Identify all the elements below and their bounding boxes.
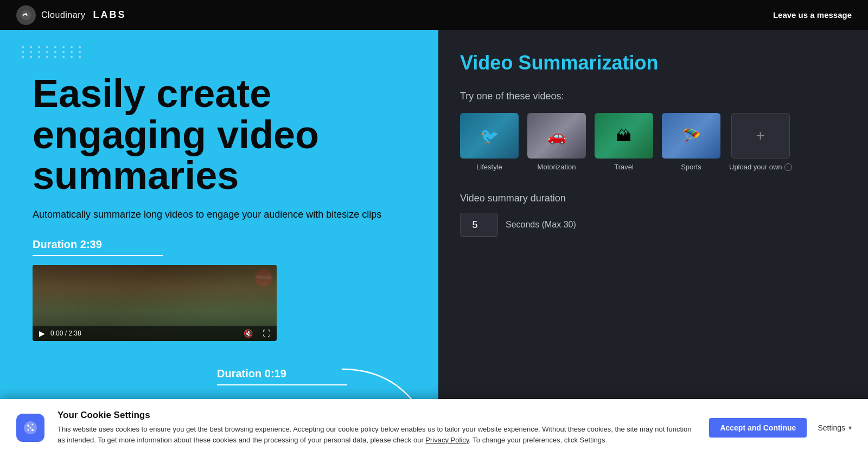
fullscreen-icon[interactable]: ⛶ [263, 329, 270, 338]
thumb-travel-label: Travel [614, 163, 634, 171]
duration2-wrapper: Duration 0:19 [217, 368, 347, 385]
left-panel: Easily create engaging video summaries A… [0, 30, 438, 456]
plus-icon: + [756, 127, 765, 144]
svg-point-1 [25, 13, 27, 15]
settings-label: Settings [818, 423, 845, 432]
info-icon: i [784, 163, 792, 171]
thumb-sports[interactable]: Sports [662, 113, 720, 171]
duration2-label: Duration 0:19 [217, 368, 347, 380]
chevron-down-icon: ▾ [848, 424, 852, 432]
cookie-text: This website uses cookies to ensure you … [58, 424, 696, 445]
leave-message-link[interactable]: Leave us a message [773, 10, 852, 20]
svg-point-5 [32, 423, 34, 425]
duration2-line [217, 384, 347, 385]
settings-button[interactable]: Settings ▾ [818, 423, 852, 432]
duration1-label: Duration 2:39 [33, 238, 406, 251]
hero-subtitle: Automatically summarize long videos to e… [33, 207, 406, 222]
svg-point-6 [31, 429, 34, 431]
video-preview[interactable]: TODAY ▶ 0:00 / 2:38 🔇 ⛶ [33, 265, 277, 341]
play-icon[interactable]: ▶ [39, 329, 45, 338]
main-layout: Easily create engaging video summaries A… [0, 30, 868, 456]
thumb-lifestyle-label: Lifestyle [476, 163, 502, 171]
cookie-banner: Your Cookie Settings This website uses c… [0, 399, 868, 456]
svg-point-7 [28, 429, 29, 430]
cookie-content: Your Cookie Settings This website uses c… [58, 410, 696, 445]
logo-cloudinary-text: Cloudinary [41, 10, 85, 20]
svg-point-4 [27, 425, 29, 427]
video-controls: ▶ 0:00 / 2:38 🔇 ⛶ [33, 326, 277, 341]
mute-icon[interactable]: 🔇 [244, 329, 253, 338]
dot-pattern [22, 46, 84, 58]
header: Cloudinary LABS Leave us a message [0, 0, 868, 30]
thumb-travel[interactable]: Travel [595, 113, 653, 171]
right-panel: Video Summarization Try one of these vid… [438, 30, 868, 456]
thumb-sports-img [662, 113, 720, 159]
hero-title: Easily create engaging video summaries [33, 73, 406, 197]
videos-label: Try one of these videos: [460, 91, 846, 102]
cookie-actions: Accept and Continue Settings ▾ [709, 418, 852, 438]
thumb-travel-img [595, 113, 653, 159]
duration-input-row: Seconds (Max 30) [460, 213, 846, 237]
privacy-policy-link[interactable]: Privacy Policy [425, 436, 469, 444]
duration-input[interactable] [460, 213, 498, 237]
duration-hint: Seconds (Max 30) [506, 220, 576, 230]
video-timestamp: 0:00 / 2:38 [50, 330, 81, 337]
cloudinary-logo-icon [16, 5, 36, 25]
thumb-upload-label: Upload your own i [729, 163, 792, 171]
duration-section-title: Video summary duration [460, 193, 846, 204]
thumb-motorization-label: Motorization [538, 163, 576, 171]
thumb-motorization-img [527, 113, 586, 159]
video-thumbnails: Lifestyle Motorization Travel Sports + [460, 113, 846, 171]
cookie-icon [16, 414, 44, 442]
section-title: Video Summarization [460, 52, 846, 74]
cookie-title: Your Cookie Settings [58, 410, 696, 421]
logo-area: Cloudinary LABS [16, 5, 126, 25]
thumb-lifestyle-img [460, 113, 519, 159]
logo-labs-text: LABS [93, 9, 126, 21]
thumb-motorization[interactable]: Motorization [527, 113, 586, 171]
thumb-upload-img: + [731, 113, 790, 159]
thumb-upload[interactable]: + Upload your own i [729, 113, 792, 171]
duration1-line [33, 255, 163, 256]
accept-button[interactable]: Accept and Continue [709, 418, 807, 438]
svg-point-8 [30, 427, 31, 428]
thumb-sports-label: Sports [681, 163, 701, 171]
thumb-lifestyle[interactable]: Lifestyle [460, 113, 519, 171]
